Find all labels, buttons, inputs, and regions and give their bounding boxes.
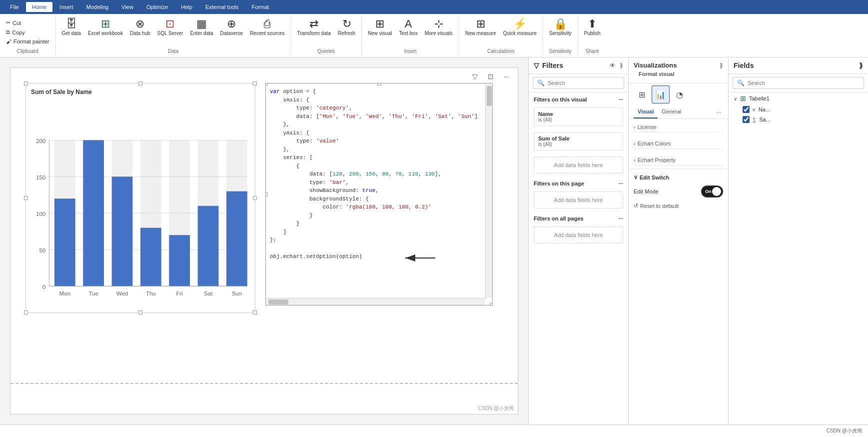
filters-page-more-icon[interactable]: ··· — [619, 180, 623, 186]
code-line: yAxis: { — [270, 129, 488, 138]
code-line — [270, 244, 488, 253]
fields-search-input[interactable] — [748, 80, 860, 86]
dataverse-button[interactable]: ⊕ Dataverse — [217, 17, 246, 38]
tab-view[interactable]: View — [115, 2, 139, 12]
chart-visual[interactable]: Sum of Sale by Name 0 50 100 150 200 — [25, 83, 255, 313]
tab-file[interactable]: File — [4, 2, 25, 12]
license-section: › License — [629, 119, 728, 136]
code-line: { — [270, 162, 488, 170]
filters-eye-icon[interactable]: 👁 — [610, 62, 616, 69]
get-data-button[interactable]: 🗄 Get data — [59, 17, 84, 38]
sum-filter-item[interactable]: Sum of Sale is (All) — [534, 132, 623, 150]
table-expand-icon[interactable]: ∨ — [734, 96, 737, 102]
code-line: type: 'value' — [270, 137, 488, 146]
share-group-label: Share — [581, 48, 604, 54]
transform-data-button[interactable]: ⇄ Transform data — [294, 17, 334, 38]
data-hub-button[interactable]: ⊗ Data hub — [127, 17, 153, 38]
search-icon: 🔍 — [537, 80, 545, 86]
field-item-na[interactable]: ≡ Na... — [729, 104, 868, 114]
new-measure-button[interactable]: ⊞ New measure — [462, 17, 499, 38]
filters-search-input[interactable] — [548, 80, 620, 86]
text-box-button[interactable]: A Text box — [396, 17, 420, 38]
echart-property-header[interactable]: › Echart Property — [634, 155, 723, 166]
quick-measure-button[interactable]: ⚡ Quick measure — [500, 17, 540, 38]
echart-colors-header[interactable]: › Echart Colors — [634, 138, 723, 149]
svg-text:Wed: Wed — [116, 290, 128, 296]
tab-insert[interactable]: Insert — [53, 2, 79, 12]
enter-data-button[interactable]: ▦ Enter data — [187, 17, 216, 38]
resize-handle-tr[interactable] — [253, 82, 257, 86]
sensitivity-button[interactable]: 🔒 Sensitivity — [546, 17, 575, 38]
insert-group: ⊞ New visual A Text box ⊹ More visuals I… — [362, 16, 459, 55]
tab-modeling[interactable]: Modeling — [80, 2, 115, 12]
focus-mode-icon[interactable]: ⊡ — [485, 70, 497, 82]
table-name: Tabelle1 — [749, 96, 770, 102]
more-visuals-button[interactable]: ⊹ More visuals — [422, 17, 456, 38]
table-entry[interactable]: ∨ ⊞ Tabelle1 — [729, 92, 868, 104]
publish-button[interactable]: ⬆ Publish — [581, 17, 604, 38]
license-section-header[interactable]: › License — [634, 122, 723, 132]
table-icon: ▦ — [196, 18, 207, 30]
new-visual-button[interactable]: ⊞ New visual — [365, 17, 395, 38]
resize-handle-tl[interactable] — [24, 82, 28, 86]
filters-on-visual-header: Filters on this visual ··· — [529, 92, 628, 104]
viz-panel-header: Visualizations ⟫ Format visual — [629, 58, 728, 84]
field-checkbox-sa[interactable] — [743, 116, 750, 123]
recent-sources-button[interactable]: ⎙ Recent sources — [247, 17, 287, 38]
filters-all-pages-more-icon[interactable]: ··· — [619, 216, 623, 222]
add-data-visual-button[interactable]: Add data fields here — [534, 156, 623, 174]
edit-switch-section: ∨ Edit Switch Edit Mode On ↺ Reset to de… — [629, 168, 728, 214]
cut-button[interactable]: ✂ Cut — [3, 18, 24, 27]
resize-handle-l[interactable] — [24, 196, 28, 200]
filters-visual-more-icon[interactable]: ··· — [619, 96, 623, 102]
viz-table-icon[interactable]: ⊞ — [633, 86, 651, 104]
filter-icon[interactable]: ▽ — [469, 70, 481, 82]
svg-text:100: 100 — [36, 211, 45, 217]
chevron-right-icon: › — [634, 124, 636, 130]
resize-handle-t[interactable] — [138, 82, 142, 86]
field-checkbox-na[interactable] — [743, 106, 750, 113]
edit-mode-toggle[interactable]: On — [701, 186, 723, 198]
code-line: data: [120, 200, 150, 80, 70, 110, 130], — [270, 170, 488, 178]
resize-handle-b[interactable] — [138, 310, 142, 314]
tab-optimize[interactable]: Optimize — [140, 2, 174, 12]
tab-help[interactable]: Help — [175, 2, 198, 12]
add-data-all-pages-button[interactable]: Add data fields here — [534, 226, 623, 244]
resize-handle-bl[interactable] — [24, 310, 28, 314]
filters-on-page-header: Filters on this page ··· — [529, 176, 628, 188]
canvas-background[interactable]: ▽ ⊡ ··· Sum of Sale by Name 0 50 — [10, 68, 518, 414]
viz-tab-visual[interactable]: Visual — [634, 106, 658, 118]
excel-workbook-button[interactable]: ⊞ Excel workbook — [85, 17, 126, 38]
chevron-right-icon-2: › — [634, 140, 636, 146]
fields-expand-icon[interactable]: ⟫ — [859, 62, 863, 70]
publish-icon: ⬆ — [588, 18, 597, 30]
canvas-area: ▽ ⊡ ··· Sum of Sale by Name 0 50 — [0, 58, 528, 424]
copy-button[interactable]: ⧉ Copy — [3, 28, 28, 36]
field-item-sa[interactable]: ∑ Sa... — [729, 114, 868, 124]
filters-expand-icon[interactable]: ⟫ — [620, 62, 623, 69]
code-content[interactable]: var option = { xAxis: { type: 'category'… — [266, 84, 492, 305]
reset-to-default-button[interactable]: ↺ Reset to default — [634, 200, 723, 211]
resize-handle-br[interactable] — [253, 310, 257, 314]
format-painter-button[interactable]: 🖌 Format painter — [3, 38, 52, 46]
code-editor-visual[interactable]: var option = { xAxis: { type: 'category'… — [265, 83, 493, 306]
tab-format[interactable]: Format — [246, 2, 275, 12]
resize-handle-r[interactable] — [253, 196, 257, 200]
viz-expand-icon[interactable]: ⟫ — [720, 62, 723, 69]
filters-search-box: 🔍 — [529, 74, 628, 92]
refresh-button[interactable]: ↻ Refresh — [335, 17, 358, 38]
tab-home[interactable]: Home — [26, 2, 52, 12]
viz-pie-chart-icon[interactable]: ◔ — [671, 86, 689, 104]
more-options-icon[interactable]: ··· — [501, 70, 513, 82]
viz-tab-general[interactable]: General — [658, 106, 685, 118]
add-data-page-button[interactable]: Add data fields here — [534, 192, 623, 208]
sql-server-button[interactable]: ⊡ SQL Server — [154, 17, 186, 38]
tab-external[interactable]: External tools — [199, 2, 245, 12]
svg-rect-21 — [169, 235, 190, 286]
viz-tab-more-icon[interactable]: ··· — [714, 106, 723, 118]
name-filter-item[interactable]: Name is (All) — [534, 108, 623, 126]
viz-bar-chart-icon[interactable]: 📊 — [652, 86, 670, 104]
text-icon: A — [405, 18, 412, 30]
field-text-icon: ≡ — [753, 107, 756, 112]
fields-search-icon: 🔍 — [737, 80, 745, 86]
